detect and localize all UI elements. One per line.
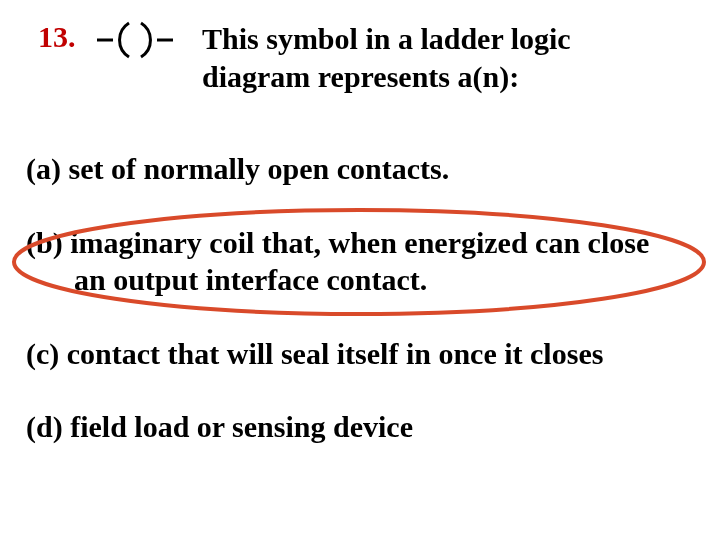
option-b-line2: an output interface contact.	[74, 263, 427, 296]
option-b: (b) imaginary coil that, when energized …	[26, 224, 696, 299]
slide: 13. This symbol in a ladder logic diagra…	[0, 0, 720, 540]
answer-options: (a) set of normally open contacts. (b) i…	[26, 150, 696, 482]
answer-highlight-ellipse-icon	[6, 202, 712, 322]
question-stem: This symbol in a ladder logic diagram re…	[202, 20, 682, 95]
question-number: 13.	[38, 20, 76, 54]
option-a: (a) set of normally open contacts.	[26, 150, 696, 188]
option-d: (d) field load or sensing device	[26, 408, 696, 446]
option-c: (c) contact that will seal itself in onc…	[26, 335, 696, 373]
option-b-line1: (b) imaginary coil that, when energized …	[26, 226, 649, 259]
coil-symbol-icon	[95, 15, 175, 65]
